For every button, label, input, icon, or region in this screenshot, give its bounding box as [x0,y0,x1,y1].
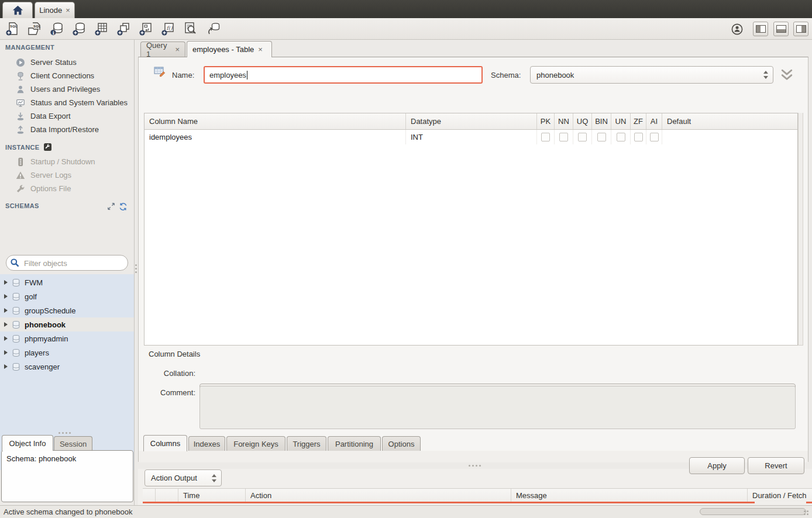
toggle-left-panel-button[interactable] [753,22,768,36]
checkbox-bin[interactable] [597,133,606,141]
variables-icon [16,98,25,108]
tab-query-1[interactable]: Query 1 × [140,42,185,57]
subtab-foreign-keys[interactable]: Foreign Keys [226,436,285,451]
status-bar: Active schema changed to phonebook [0,505,812,518]
schema-tree-item-golf[interactable]: golf [0,289,134,303]
subtab-options[interactable]: Options [382,436,421,451]
expander-icon[interactable] [4,280,8,285]
close-icon[interactable]: × [66,6,70,14]
checkbox-pk[interactable] [541,133,550,141]
checkbox-ai[interactable] [650,133,659,141]
subtab-partitioning[interactable]: Partitioning [328,436,381,451]
tab-object-info[interactable]: Object Info [2,435,53,451]
schemas-section-title: SCHEMAS [5,202,39,209]
stepper-arrows-icon[interactable] [763,71,769,79]
new-function-button[interactable]: f() [160,21,176,36]
sidebar-item-status-variables[interactable]: Status and System Variables [0,96,133,109]
action-output-select[interactable]: Action Output [144,469,222,486]
connection-tab-label: Linode [39,6,62,15]
sidebar-item-server-status[interactable]: Server Status [0,56,133,69]
sidebar-item-data-import[interactable]: Data Import/Restore [0,123,133,136]
tab-session[interactable]: Session [54,436,92,451]
column-header-name[interactable]: Column Name [144,113,406,129]
chevron-double-down-icon[interactable] [779,69,794,81]
connection-tab[interactable]: Linode × [35,2,75,18]
toggle-bottom-panel-button[interactable] [773,22,789,36]
column-header-pk[interactable]: PK [537,113,555,129]
close-icon[interactable]: × [175,46,180,53]
subtab-triggers[interactable]: Triggers [287,436,326,451]
sidebar-item-users-privileges[interactable]: Users and Privileges [0,82,133,96]
wrench-badge-icon[interactable] [44,143,51,151]
schema-select[interactable]: phonebook [530,66,773,84]
ao-col-action[interactable]: Action [246,489,511,502]
new-sql-tab-button[interactable]: SQL [5,21,20,36]
search-data-button[interactable] [183,21,198,36]
stepper-arrows-icon[interactable] [212,474,217,482]
new-schema-button[interactable] [71,21,87,36]
ao-col-time[interactable]: Time [178,489,246,502]
schema-tree-item-fwm[interactable]: FWM [0,275,134,289]
person-circle-icon[interactable] [731,23,744,36]
sidebar-item-client-connections[interactable]: Client Connections [0,69,133,82]
sidebar-item-server-logs[interactable]: Server Logs [0,168,133,182]
cell-datatype[interactable]: INT [406,130,537,144]
open-sql-file-button[interactable]: SQL [27,21,42,36]
checkbox-un[interactable] [617,133,625,141]
comment-textarea[interactable] [199,386,796,429]
column-header-un[interactable]: UN [611,113,631,129]
column-header-bin[interactable]: BIN [592,113,611,129]
expander-icon[interactable] [4,294,8,299]
schema-info-button[interactable]: i [49,21,64,36]
expander-icon[interactable] [4,364,8,369]
schema-tree-item-groupschedule[interactable]: groupSchedule [0,303,134,317]
ao-col-message[interactable]: Message [511,489,748,502]
close-icon[interactable]: × [258,46,263,53]
checkbox-nn[interactable] [559,133,568,141]
column-header-nn[interactable]: NN [555,113,573,129]
new-procedure-button[interactable] [138,21,153,36]
ao-col-duration[interactable]: Duration / Fetch [748,489,812,502]
checkbox-zf[interactable] [634,133,643,141]
apply-button[interactable]: Apply [689,457,745,474]
name-label: Name: [172,71,194,80]
column-header-uq[interactable]: UQ [573,113,592,129]
column-header-default[interactable]: Default [662,113,797,129]
resize-grip[interactable] [804,510,806,512]
grid-scrollbar[interactable] [798,113,803,346]
sidebar-splitter-handle[interactable] [59,432,60,434]
subtab-columns[interactable]: Columns [143,435,187,451]
sidebar-item-options-file[interactable]: Options File [0,182,133,195]
schema-tree-item-phonebook[interactable]: phonebook [0,317,134,331]
column-header-ai[interactable]: AI [646,113,662,129]
subtab-indexes[interactable]: Indexes [188,436,225,451]
column-header-datatype[interactable]: Datatype [406,113,537,129]
cell-default[interactable] [662,130,797,144]
schema-filter-input[interactable] [23,257,126,270]
table-row[interactable]: idemployees INT [144,130,797,144]
expand-schemas-icon[interactable] [107,202,115,210]
toggle-right-panel-button[interactable] [793,22,808,36]
tab-employees-table[interactable]: employees - Table × [187,41,272,57]
column-header-zf[interactable]: ZF [631,113,646,129]
sidebar-item-startup-shutdown[interactable]: Startup / Shutdown [0,155,133,168]
horizontal-scrollbar[interactable] [700,508,806,515]
expander-icon[interactable] [4,322,8,327]
refresh-schemas-icon[interactable] [119,202,128,211]
home-tab[interactable] [2,2,33,18]
table-name-input[interactable]: employees [204,66,483,84]
reconnect-db-button[interactable] [206,21,221,36]
expander-icon[interactable] [4,308,8,313]
sidebar-item-data-export[interactable]: Data Export [0,109,133,123]
revert-button[interactable]: Revert [748,457,804,474]
schema-tree-item-players[interactable]: players [0,346,134,360]
new-view-button[interactable] [116,21,131,36]
wrench-icon [16,184,25,194]
checkbox-uq[interactable] [578,133,587,141]
expander-icon[interactable] [4,350,8,355]
schema-tree-item-phpmyadmin[interactable]: phpmyadmin [0,331,134,346]
new-table-button[interactable] [94,21,109,36]
schema-tree-item-scavenger[interactable]: scavenger [0,360,134,374]
expander-icon[interactable] [4,336,8,341]
cell-column-name[interactable]: idemployees [144,130,406,144]
